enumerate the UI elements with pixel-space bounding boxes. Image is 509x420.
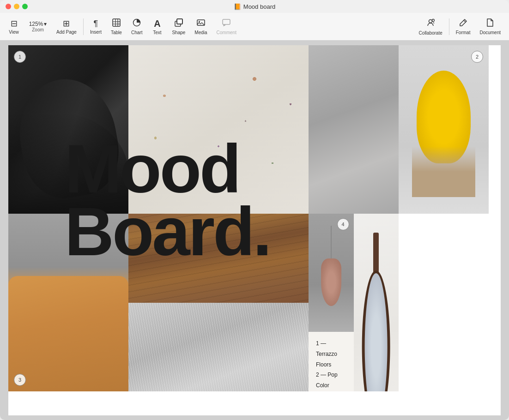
- shape-label: Shape: [172, 30, 185, 35]
- table-button[interactable]: Table: [106, 15, 127, 39]
- view-icon: ⊟: [11, 18, 18, 29]
- title-text: Mood board: [243, 3, 275, 10]
- page-badge-4: 4: [337, 218, 349, 230]
- zoom-chevron-icon: ▾: [44, 21, 47, 27]
- concrete-image[interactable]: [309, 45, 399, 214]
- terrazzo-image[interactable]: [128, 45, 309, 214]
- leather-chair-image[interactable]: 1: [8, 45, 128, 214]
- shape-icon: [175, 18, 183, 29]
- minimize-button[interactable]: [14, 4, 19, 9]
- svg-rect-0: [113, 19, 120, 26]
- moodboard: 1 2 3: [8, 45, 501, 415]
- svg-rect-7: [177, 19, 182, 24]
- wood-image[interactable]: [128, 214, 309, 303]
- format-icon: [459, 18, 467, 29]
- svg-point-12: [429, 19, 432, 23]
- zoom-value: 125% ▾: [29, 21, 47, 27]
- fur-image[interactable]: [128, 303, 309, 392]
- add-page-label: Add Page: [56, 30, 77, 35]
- text-button[interactable]: A Text: [147, 15, 167, 39]
- format-label: Format: [456, 30, 471, 35]
- comment-button[interactable]: Comment: [212, 15, 241, 39]
- insert-icon: ¶: [94, 19, 98, 29]
- page-badge-1: 1: [14, 51, 26, 63]
- concrete-yellow-chair-group: 2: [309, 45, 489, 214]
- comment-icon: [222, 18, 230, 29]
- insert-button[interactable]: ¶ Insert: [85, 15, 106, 39]
- svg-point-10: [199, 21, 200, 22]
- view-button[interactable]: ⊟ View: [4, 15, 24, 39]
- caption-2: 2 — Pop Color: [316, 370, 346, 391]
- fullscreen-button[interactable]: [22, 4, 28, 9]
- traffic-lights: [6, 4, 28, 9]
- collaborate-icon: [426, 18, 435, 30]
- zoom-control[interactable]: 125% ▾ Zoom: [24, 15, 52, 39]
- chart-label: Chart: [131, 30, 142, 35]
- caption-1: 1 — Terrazzo Floors: [316, 338, 346, 370]
- table-label: Table: [111, 30, 122, 35]
- caption-3: 3 — Warm Tones: [316, 391, 346, 391]
- media-icon: [197, 18, 205, 29]
- title-bar: 📙 Mood board: [0, 0, 509, 13]
- canvas-area: 1 2 3: [0, 41, 509, 420]
- chart-button[interactable]: Chart: [127, 15, 147, 39]
- svg-rect-11: [223, 19, 230, 24]
- chart-icon: [133, 18, 141, 29]
- format-button[interactable]: Format: [451, 15, 475, 39]
- zoom-label-text: Zoom: [32, 27, 44, 32]
- toolbar-divider-1: [83, 18, 84, 35]
- document-icon: [486, 18, 494, 29]
- svg-line-14: [464, 20, 466, 22]
- collaborate-button[interactable]: Collaborate: [414, 15, 447, 39]
- shape-button[interactable]: Shape: [167, 15, 190, 39]
- view-label: View: [9, 30, 19, 35]
- svg-point-13: [432, 19, 435, 21]
- page-badge-3: 3: [14, 374, 26, 386]
- page-badge-2: 2: [471, 51, 483, 63]
- mirror-image[interactable]: [354, 214, 399, 391]
- document-button[interactable]: Document: [475, 15, 505, 39]
- close-button[interactable]: [6, 4, 11, 9]
- text-icon: A: [154, 18, 160, 29]
- title-emoji: 📙: [234, 3, 241, 10]
- toolbar-divider-2: [449, 18, 449, 35]
- pendant-image[interactable]: 4: [309, 214, 354, 332]
- toolbar: ⊟ View 125% ▾ Zoom ⊞ Add Page ¶ Insert T…: [0, 13, 509, 41]
- media-label: Media: [194, 30, 207, 35]
- add-page-button[interactable]: ⊞ Add Page: [52, 15, 81, 39]
- sofa-image[interactable]: 3: [8, 214, 128, 391]
- caption-box: 1 — Terrazzo Floors 2 — Pop Color 3 — Wa…: [309, 332, 354, 391]
- pendant-mirror-group: 4 1 — Terrazzo Floors 2 — Pop Color 3 — …: [309, 214, 489, 391]
- yellow-chair-image[interactable]: 2: [399, 45, 489, 214]
- zoom-value-text: 125%: [29, 21, 43, 27]
- insert-label: Insert: [90, 30, 102, 35]
- media-button[interactable]: Media: [190, 15, 212, 39]
- text-label: Text: [153, 30, 161, 35]
- collaborate-label: Collaborate: [419, 30, 442, 36]
- comment-label: Comment: [217, 30, 236, 35]
- add-page-icon: ⊞: [63, 18, 70, 29]
- document-label: Document: [479, 30, 501, 35]
- table-icon: [112, 18, 121, 29]
- window-title: 📙 Mood board: [234, 3, 275, 10]
- wood-fur-group: [128, 214, 309, 391]
